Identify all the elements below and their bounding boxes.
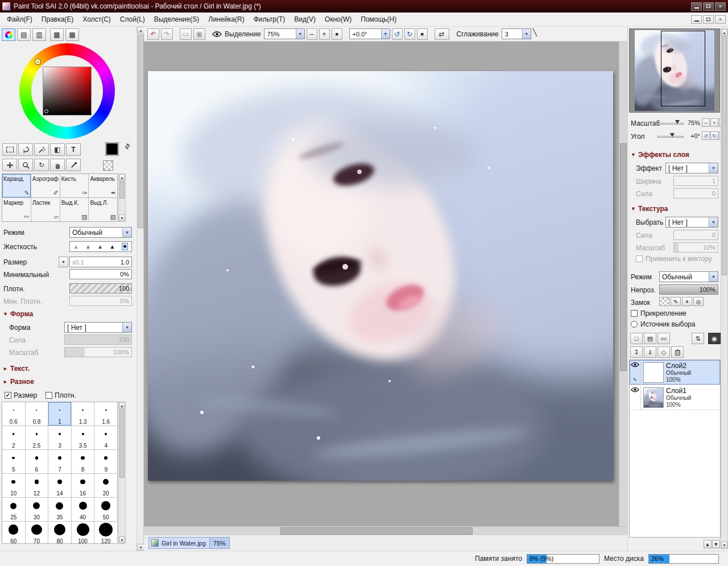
texture-section-header[interactable]: ► Текст. <box>3 365 30 373</box>
canvas-artwork[interactable] <box>148 71 613 481</box>
brush-airbrush[interactable]: Аэрограф✐ <box>31 174 60 197</box>
navigator[interactable] <box>629 28 720 113</box>
rotate-cw-button[interactable]: ↻ <box>404 28 415 40</box>
size-preset[interactable]: 12 <box>26 474 48 497</box>
lasso-tool[interactable] <box>18 143 33 156</box>
apply-to-vector-checkbox[interactable]: ✓ <box>636 255 643 262</box>
size-preset-selected[interactable]: 1 <box>48 402 71 425</box>
layer-order-button[interactable]: ⇅ <box>692 333 704 344</box>
size-preset[interactable]: 1.3 <box>72 402 94 425</box>
effect-width-slider[interactable]: 1 <box>673 176 718 186</box>
layer-row-layer2[interactable]: ✎ Слой2 Обычный 100% <box>630 360 720 385</box>
misc-section-header[interactable]: ► Разное <box>3 378 34 386</box>
close-button[interactable]: × <box>715 2 726 11</box>
hue-marker[interactable] <box>35 59 40 64</box>
magic-wand-tool[interactable] <box>34 143 49 156</box>
brush-watercolor[interactable]: Акварель✒ <box>89 174 117 197</box>
texture-scale-slider[interactable]: 10% <box>673 242 718 253</box>
layer-opacity-slider[interactable]: 100% <box>659 284 718 295</box>
lock-position-button[interactable]: + <box>682 297 692 306</box>
size-preset[interactable]: 7 <box>48 450 71 473</box>
layer-row-layer1[interactable]: Слой1 Обычный 100% <box>630 385 720 410</box>
new-layer-button[interactable]: □ <box>630 333 643 344</box>
brush-eraser[interactable]: Ластик▱ <box>31 198 60 221</box>
menu-canvas[interactable]: Холст(C) <box>78 14 115 25</box>
hue-wheel[interactable] <box>19 43 115 139</box>
scroll-down-icon[interactable]: ▼ <box>119 214 125 221</box>
layer-scroll-down-button[interactable]: ▼ <box>712 540 720 548</box>
menu-edit[interactable]: Правка(E) <box>37 14 78 25</box>
layer-visibility-icon[interactable] <box>631 387 639 393</box>
zoom-reset-button[interactable]: ■ <box>332 28 342 40</box>
canvas-viewport[interactable] <box>144 42 627 526</box>
size-preset[interactable]: 1.6 <box>94 402 117 425</box>
lock-transparency-button[interactable] <box>659 297 669 306</box>
right-panel-scrollbar[interactable]: ▲ ▼ <box>721 28 728 549</box>
size-preset[interactable]: 8 <box>72 450 94 473</box>
effect-strength-slider[interactable]: 0 <box>673 188 718 199</box>
zoom-in-button[interactable]: + <box>319 28 330 40</box>
nav-zoom-out-button[interactable]: – <box>702 118 710 127</box>
brush-marker[interactable]: Маркер✏ <box>2 198 31 221</box>
clipping-group-checkbox[interactable]: ✓ <box>631 310 638 317</box>
layer-special-button[interactable]: ◉ <box>708 333 721 344</box>
zoom-out-button[interactable]: – <box>307 28 317 40</box>
document-tab[interactable]: Girl in Water.jpg 75% <box>148 537 230 549</box>
navigator-view-rectangle[interactable] <box>661 31 705 106</box>
undo-button[interactable]: ↶ <box>147 28 159 40</box>
merge-down-button[interactable]: ⇓ <box>644 346 656 358</box>
new-vector-layer-button[interactable]: ▤ <box>644 333 656 344</box>
brush-brush[interactable]: Кисть✑ <box>60 174 89 197</box>
stabilizer-line-button[interactable]: ╲ <box>533 28 547 40</box>
size-preset[interactable]: 9 <box>94 450 117 473</box>
delete-layer-button[interactable] <box>671 346 684 358</box>
swap-colors-icon[interactable]: ⇄ <box>120 139 134 153</box>
invert-selection-button[interactable]: ▣ <box>193 28 205 40</box>
size-preset[interactable]: 40 <box>72 498 94 521</box>
doc-close-button[interactable]: × <box>715 15 726 24</box>
texture-select[interactable]: [ Нет ]▼ <box>665 217 718 228</box>
size-preset[interactable]: 16 <box>72 474 94 497</box>
rotate-view-tool[interactable]: ↻ <box>34 159 49 171</box>
lock-all-button[interactable]: ◎ <box>693 297 704 306</box>
size-preset[interactable]: 0.6 <box>2 402 25 425</box>
smoothing-combobox[interactable]: 3▼ <box>502 28 531 39</box>
selection-visibility-icon[interactable] <box>212 31 222 38</box>
clear-layer-button[interactable]: ◇ <box>657 346 670 358</box>
color-mixer-tab-button[interactable]: ▥ <box>32 28 46 41</box>
brush-mode-select[interactable]: Обычный▼ <box>69 227 132 238</box>
size-preset[interactable]: 100 <box>72 522 94 544</box>
redo-button[interactable]: ↷ <box>161 28 173 40</box>
scroll-up-icon[interactable]: ▲ <box>119 174 125 181</box>
brush-grid-scrollbar[interactable]: ▲ ▼ <box>118 173 126 222</box>
size-preset[interactable]: 3.5 <box>72 426 94 449</box>
nav-rotate-ccw-button[interactable]: ↺ <box>702 131 710 140</box>
doc-restore-button[interactable] <box>703 15 714 24</box>
layer-scroll-up-button[interactable]: ▲ <box>704 540 712 548</box>
sv-marker[interactable] <box>44 109 48 113</box>
size-preset[interactable]: 0.8 <box>26 402 48 425</box>
scroll-down-icon[interactable]: ▼ <box>721 542 727 548</box>
size-preset[interactable]: 20 <box>94 474 117 497</box>
menu-view[interactable]: Вид(V) <box>289 14 320 25</box>
nav-zoom-slider[interactable] <box>657 118 684 128</box>
lock-pixels-button[interactable]: ✎ <box>671 297 681 306</box>
size-preset[interactable]: 25 <box>2 498 25 521</box>
maximize-button[interactable] <box>703 2 714 11</box>
saturation-value-square[interactable] <box>43 67 92 115</box>
zoom-combobox[interactable]: 75%▼ <box>264 28 305 39</box>
link-density-checkbox[interactable]: ✓ <box>46 392 52 399</box>
left-panel-scrollbar[interactable]: ▲ ▼ <box>136 27 144 551</box>
shape-select[interactable]: [ Нет ]▼ <box>64 322 132 333</box>
selection-source-radio[interactable] <box>631 321 638 328</box>
doc-minimize-button[interactable] <box>691 15 702 24</box>
size-preset[interactable]: 10 <box>2 474 25 497</box>
rotate-ccw-button[interactable]: ↺ <box>392 28 403 40</box>
gradient-tool[interactable]: ◧ <box>50 143 65 156</box>
flip-horizontal-button[interactable]: ⇄ <box>435 28 449 40</box>
brush-pencil[interactable]: Каранд.✎ <box>2 174 31 197</box>
brush-select-eraser[interactable]: Выд.Л.▧ <box>89 198 117 221</box>
scroll-down-icon[interactable]: ▼ <box>119 536 125 543</box>
transfer-down-button[interactable]: ↧ <box>630 346 643 358</box>
size-preset[interactable]: 3 <box>48 426 71 449</box>
